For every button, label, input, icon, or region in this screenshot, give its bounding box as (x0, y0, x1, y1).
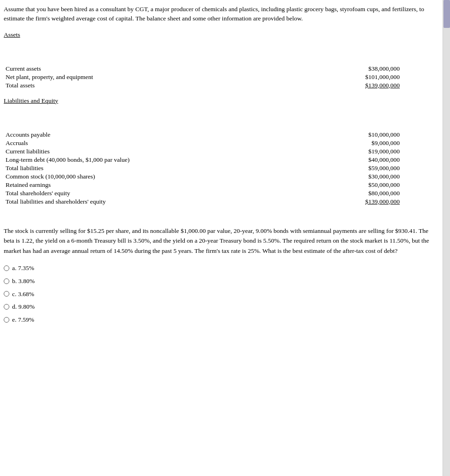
table-row: Long-term debt (40,000 bonds, $1,000 par… (4, 156, 437, 164)
row-value: $30,000,000 (264, 172, 437, 181)
main-content: Assume that you have been hired as a con… (0, 0, 443, 476)
table-row: Accounts payable$10,000,000 (4, 131, 437, 139)
answer-options: a. 7.35%b. 3.80%c. 3.68%d. 9.80%e. 7.59% (4, 262, 437, 325)
table-row: Total liabilities and shareholders' equi… (4, 198, 437, 206)
question-paragraph: The stock is currently selling for $15.2… (4, 223, 437, 256)
row-label: Current liabilities (4, 147, 264, 156)
row-value: $10,000,000 (264, 131, 437, 139)
table-row: Current liabilities$19,000,000 (4, 147, 437, 156)
assets-section: Assets Current assets$38,000,000Net plan… (4, 31, 437, 90)
radio-a[interactable] (4, 265, 9, 271)
liabilities-table: Accounts payable$10,000,000Accruals$9,00… (4, 131, 437, 206)
row-value: $139,000,000 (264, 81, 437, 90)
option-label-e: e. 7.59% (12, 314, 34, 326)
row-label: Accruals (4, 139, 264, 147)
option-label-d: d. 9.80% (12, 301, 34, 313)
table-row: Total assets$139,000,000 (4, 81, 437, 90)
radio-e[interactable] (4, 317, 9, 323)
radio-b[interactable] (4, 278, 9, 284)
option-label-c: c. 3.68% (12, 288, 34, 300)
scrollbar[interactable] (443, 0, 450, 476)
table-row: Accruals$9,000,000 (4, 139, 437, 147)
table-row: Retained earnings$50,000,000 (4, 181, 437, 189)
option-c[interactable]: c. 3.68% (4, 288, 437, 300)
row-label: Net plant, property, and equipment (4, 73, 264, 81)
radio-c[interactable] (4, 291, 9, 297)
option-b[interactable]: b. 3.80% (4, 275, 437, 287)
row-label: Long-term debt (40,000 bonds, $1,000 par… (4, 156, 264, 164)
liabilities-section: Liabilities and Equity Accounts payable$… (4, 97, 437, 206)
row-label: Total liabilities (4, 164, 264, 172)
option-e[interactable]: e. 7.59% (4, 314, 437, 326)
assets-heading: Assets (4, 31, 20, 39)
table-row: Total shareholders' equity$80,000,000 (4, 189, 437, 198)
assets-table: Current assets$38,000,000Net plant, prop… (4, 65, 437, 90)
intro-paragraph: Assume that you have been hired as a con… (4, 5, 437, 24)
option-a[interactable]: a. 7.35% (4, 262, 437, 274)
table-row: Net plant, property, and equipment$101,0… (4, 73, 437, 81)
row-label: Current assets (4, 65, 264, 73)
row-value: $40,000,000 (264, 156, 437, 164)
row-label: Total shareholders' equity (4, 189, 264, 198)
row-value: $38,000,000 (264, 65, 437, 73)
row-value: $50,000,000 (264, 181, 437, 189)
row-label: Total liabilities and shareholders' equi… (4, 198, 264, 206)
row-value: $59,000,000 (264, 164, 437, 172)
page-container: Assume that you have been hired as a con… (0, 0, 450, 476)
table-row: Current assets$38,000,000 (4, 65, 437, 73)
row-label: Common stock (10,000,000 shares) (4, 172, 264, 181)
table-row: Common stock (10,000,000 shares)$30,000,… (4, 172, 437, 181)
row-value: $19,000,000 (264, 147, 437, 156)
row-label: Accounts payable (4, 131, 264, 139)
option-label-b: b. 3.80% (12, 275, 34, 287)
table-row: Total liabilities$59,000,000 (4, 164, 437, 172)
row-value: $101,000,000 (264, 73, 437, 81)
radio-d[interactable] (4, 304, 9, 310)
row-label: Retained earnings (4, 181, 264, 189)
row-label: Total assets (4, 81, 264, 90)
option-d[interactable]: d. 9.80% (4, 301, 437, 313)
liabilities-heading: Liabilities and Equity (4, 97, 58, 105)
scrollbar-thumb[interactable] (443, 0, 450, 28)
row-value: $9,000,000 (264, 139, 437, 147)
option-label-a: a. 7.35% (12, 262, 34, 274)
row-value: $80,000,000 (264, 189, 437, 198)
row-value: $139,000,000 (264, 198, 437, 206)
